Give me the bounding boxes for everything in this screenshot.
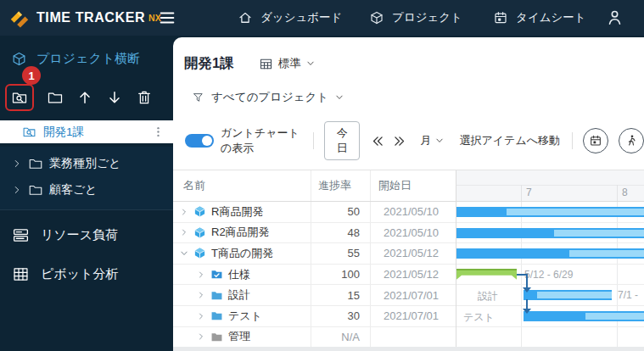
gantt-row: 5/12 - 6/29 [456, 265, 644, 286]
cell-name: R2商品開発 [173, 223, 311, 243]
month-gridline [521, 185, 522, 201]
gantt-row: 設計7/1 - [456, 285, 644, 306]
today-button[interactable]: 今日 [324, 121, 361, 160]
kebab-menu-icon[interactable] [152, 125, 165, 138]
divider [572, 132, 573, 149]
table-body: R商品開発502021/05/10R2商品開発482021/05/10T商品の開… [173, 202, 456, 348]
resource-icon [12, 226, 30, 244]
sidebar-group-1[interactable]: 顧客ごと [0, 176, 173, 203]
chevron-right-icon[interactable] [180, 208, 188, 216]
gantt-row [456, 202, 644, 223]
sidebar-item-label: リソース負荷 [41, 227, 118, 243]
gantt-bar[interactable] [524, 290, 612, 300]
gantt-bar[interactable] [524, 311, 644, 321]
period-selector[interactable]: 月 [420, 133, 444, 148]
move-to-selected-button[interactable]: 選択アイテムへ移動 [459, 133, 560, 148]
gantt-bar-remaining [585, 313, 644, 320]
row-name: R商品開発 [211, 204, 263, 220]
month-label: 8 [622, 187, 628, 198]
gantt-visibility-toggle[interactable] [185, 134, 214, 148]
cell-name: 設計 [173, 285, 311, 305]
cell-start-date: 2021/05/10 [371, 202, 456, 222]
gantt-toggle-label: ガントチャートの表示 [221, 125, 301, 156]
sidebar: プロジェクト横断 1 開発1課 業務種別ごと顧客ごと リソース負荷ピボット分析 [0, 36, 173, 351]
cell-name: T商品の開発 [173, 243, 311, 264]
cube-icon [11, 51, 27, 67]
gantt-bar[interactable] [456, 228, 644, 238]
menu-icon[interactable] [158, 8, 176, 27]
gantt-row: テスト [456, 306, 644, 327]
table-header: 名前 進捗率 開始日 [173, 170, 456, 202]
critical-path-button[interactable] [619, 128, 644, 153]
user-icon[interactable] [605, 8, 624, 27]
table-row[interactable]: 仕様1002021/05/12 [173, 265, 456, 286]
horizontal-scrollbar[interactable] [173, 347, 644, 351]
folder-icon[interactable] [47, 89, 64, 106]
chevron-down-icon[interactable] [180, 249, 188, 258]
gantt-bar-complete[interactable] [456, 269, 517, 280]
arrow-down-icon[interactable] [106, 89, 123, 106]
gantt-row [456, 243, 644, 265]
column-header-name[interactable]: 名前 [173, 170, 311, 201]
row-name: 仕様 [228, 267, 250, 282]
folder-fill-icon [210, 289, 223, 302]
nav-label: プロジェクト [392, 10, 462, 25]
chevron-down-icon [335, 93, 344, 102]
gantt-date-label: 5/12 - 6/29 [524, 269, 573, 281]
row-name: T商品の開発 [211, 246, 273, 261]
trash-icon[interactable] [136, 89, 153, 106]
sidebar-item-pivot-analysis[interactable]: ピボット分析 [0, 254, 173, 293]
page-title: 開発1課 [184, 54, 234, 73]
column-header-progress[interactable]: 進捗率 [311, 170, 371, 201]
nav-item-projects[interactable]: プロジェクト [369, 0, 462, 36]
cell-progress: 55 [311, 243, 371, 264]
table-row[interactable]: 管理N/A [173, 327, 456, 348]
chevron-right-icon[interactable] [197, 291, 205, 299]
pivot-icon [12, 265, 30, 283]
gantt-bar[interactable] [456, 248, 644, 259]
arrow-up-icon[interactable] [76, 89, 93, 106]
gantt-toolbar: ガントチャートの表示 今日 月 選択アイテムへ移動 [185, 125, 644, 156]
cell-start-date: 2021/07/01 [371, 285, 456, 305]
filter-label: すべてのプロジェクト [211, 90, 328, 105]
cell-progress: 48 [311, 223, 371, 243]
gantt-chart: 78 5/12 - 6/29設計7/1 -テスト [456, 170, 644, 347]
sidebar-nav: リソース負荷ピボット分析 [0, 215, 173, 293]
gantt-bar[interactable] [456, 207, 644, 217]
calendar-icon [589, 134, 602, 148]
angles-left-icon[interactable] [371, 134, 385, 148]
gantt-timescale: 78 [456, 170, 644, 202]
gantt-bar-remaining [537, 292, 612, 298]
chevron-right-icon[interactable] [197, 332, 205, 341]
view-selector[interactable]: 標準 [259, 56, 315, 71]
sidebar-section-title[interactable]: プロジェクト横断 [11, 51, 140, 67]
table-row[interactable]: R2商品開発482021/05/10 [173, 223, 456, 244]
sidebar-item-dev1[interactable]: 開発1課 [0, 120, 173, 143]
table-view-icon [259, 57, 273, 71]
chevron-right-icon [12, 159, 22, 169]
cell-name: 管理 [173, 327, 311, 348]
nav-item-dashboard[interactable]: ダッシュボード [238, 0, 342, 36]
table-row[interactable]: T商品の開発552021/05/12 [173, 243, 456, 265]
angles-right-icon[interactable] [392, 134, 406, 148]
cell-start-date [371, 327, 456, 348]
folder-search-icon[interactable] [11, 89, 28, 106]
row-name: R2商品開発 [211, 225, 270, 240]
sidebar-item-resource-load[interactable]: リソース負荷 [0, 215, 173, 254]
table-row[interactable]: R商品開発502021/05/10 [173, 202, 456, 223]
table-row[interactable]: 設計152021/07/01 [173, 285, 456, 306]
chevron-right-icon[interactable] [180, 228, 188, 237]
column-header-start[interactable]: 開始日 [371, 170, 456, 201]
chevron-right-icon[interactable] [197, 312, 205, 320]
calendar-button[interactable] [583, 128, 608, 153]
table-row[interactable]: テスト302021/07/01 [173, 306, 456, 327]
app-logo: TIME TRACKERNX [8, 0, 161, 36]
chevron-right-icon[interactable] [197, 270, 205, 279]
folder-search-icon [22, 125, 36, 139]
cell-progress: 50 [311, 202, 371, 222]
funnel-icon [192, 91, 204, 104]
project-filter[interactable]: すべてのプロジェクト [192, 90, 344, 105]
nav-label: タイムシート [516, 10, 586, 25]
nav-item-timesheet[interactable]: タイムシート [493, 0, 586, 36]
sidebar-group-0[interactable]: 業務種別ごと [0, 150, 173, 176]
